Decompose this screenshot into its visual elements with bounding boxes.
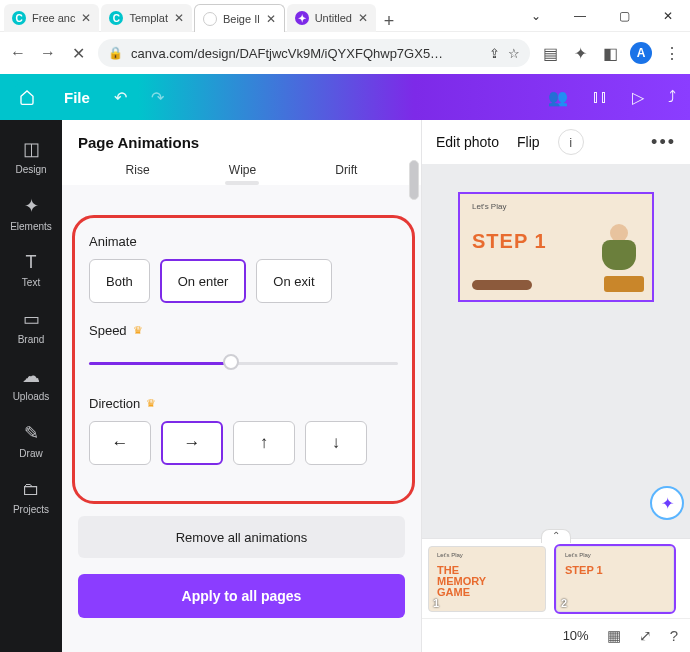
back-button[interactable]: ← bbox=[8, 44, 28, 62]
left-rail: ◫Design ✦Elements TText ▭Brand ☁Uploads … bbox=[0, 120, 62, 652]
brand-icon: ▭ bbox=[23, 308, 40, 330]
profile-avatar[interactable]: A bbox=[630, 42, 652, 64]
rail-draw[interactable]: ✎Draw bbox=[0, 414, 62, 467]
maximize-button[interactable]: ▢ bbox=[602, 0, 646, 32]
present-icon[interactable]: ▷ bbox=[632, 88, 644, 107]
rail-text[interactable]: TText bbox=[0, 244, 62, 296]
anim-tab-wipe[interactable]: Wipe bbox=[229, 163, 256, 177]
panel-title: Page Animations bbox=[62, 120, 421, 159]
more-icon[interactable]: ••• bbox=[651, 132, 676, 153]
tab-title: Templat bbox=[129, 12, 168, 24]
projects-icon: 🗀 bbox=[22, 479, 40, 500]
favicon bbox=[203, 12, 217, 26]
chevron-down-icon[interactable]: ⌄ bbox=[514, 0, 558, 32]
grid-view-icon[interactable]: ▦ bbox=[607, 627, 621, 645]
close-icon[interactable]: ✕ bbox=[81, 11, 91, 25]
animate-label: Animate bbox=[89, 234, 398, 249]
help-icon[interactable]: ? bbox=[670, 627, 678, 644]
design-icon: ◫ bbox=[23, 138, 40, 160]
favicon: C bbox=[12, 11, 26, 25]
zoom-bar: 10% ▦ ⤢ ? bbox=[422, 618, 690, 652]
close-icon[interactable]: ✕ bbox=[174, 11, 184, 25]
lock-icon: 🔒 bbox=[108, 46, 123, 60]
crown-icon: ♛ bbox=[146, 397, 156, 410]
slide-title: STEP 1 bbox=[472, 230, 547, 253]
direction-options: ← → ↑ ↓ bbox=[89, 421, 398, 465]
browser-tab[interactable]: C Free anc ✕ bbox=[4, 4, 99, 32]
share-icon[interactable]: ⤴ bbox=[668, 88, 676, 106]
rail-elements[interactable]: ✦Elements bbox=[0, 187, 62, 240]
main-area: ◫Design ✦Elements TText ▭Brand ☁Uploads … bbox=[0, 120, 690, 652]
collaborators-icon[interactable]: 👥 bbox=[548, 88, 568, 107]
rail-label: Design bbox=[15, 164, 46, 175]
flip-button[interactable]: Flip bbox=[517, 134, 540, 150]
apply-to-all-pages-button[interactable]: Apply to all pages bbox=[78, 574, 405, 618]
direction-right-button[interactable]: → bbox=[161, 421, 223, 465]
edit-photo-button[interactable]: Edit photo bbox=[436, 134, 499, 150]
close-icon[interactable]: ✕ bbox=[358, 11, 368, 25]
animate-on-enter-button[interactable]: On enter bbox=[160, 259, 247, 303]
direction-up-button[interactable]: ↑ bbox=[233, 421, 295, 465]
anim-tab-rise[interactable]: Rise bbox=[126, 163, 150, 177]
rail-label: Elements bbox=[10, 221, 52, 232]
chevron-up-icon[interactable]: ⌃ bbox=[541, 529, 571, 543]
magic-fab[interactable]: ✦ bbox=[650, 486, 684, 520]
close-window-button[interactable]: ✕ bbox=[646, 0, 690, 32]
rail-projects[interactable]: 🗀Projects bbox=[0, 471, 62, 523]
tab-title: Beige Il bbox=[223, 13, 260, 25]
remove-all-animations-button[interactable]: Remove all animations bbox=[78, 516, 405, 558]
animate-on-exit-button[interactable]: On exit bbox=[256, 259, 331, 303]
home-icon[interactable] bbox=[14, 84, 40, 110]
animate-both-button[interactable]: Both bbox=[89, 259, 150, 303]
minimize-button[interactable]: — bbox=[558, 0, 602, 32]
new-tab-button[interactable]: + bbox=[378, 11, 400, 32]
slide-selected[interactable]: Let's Play STEP 1 bbox=[458, 192, 654, 302]
share-icon[interactable]: ⇪ bbox=[489, 46, 500, 61]
url-bar[interactable]: 🔒 canva.com/design/DAFtjwcVk9M/iQYXFQhwp… bbox=[98, 39, 530, 67]
animate-options: Both On enter On exit bbox=[89, 259, 398, 303]
speed-slider[interactable] bbox=[89, 352, 398, 372]
text-icon: T bbox=[26, 252, 37, 273]
stop-button[interactable]: ✕ bbox=[68, 44, 88, 63]
zoom-value[interactable]: 10% bbox=[563, 628, 589, 643]
undo-button[interactable]: ↶ bbox=[114, 88, 127, 107]
star-icon[interactable]: ☆ bbox=[508, 46, 520, 61]
info-icon[interactable]: i bbox=[558, 129, 584, 155]
animation-options-highlight: Animate Both On enter On exit Speed♛ Dir… bbox=[72, 215, 415, 504]
rail-brand[interactable]: ▭Brand bbox=[0, 300, 62, 353]
file-menu[interactable]: File bbox=[64, 89, 90, 106]
browser-tab[interactable]: ✦ Untitled ✕ bbox=[287, 4, 376, 32]
tab-title: Free anc bbox=[32, 12, 75, 24]
page-thumbnail[interactable]: Let's Play THE MEMORY GAME 1 bbox=[428, 546, 546, 612]
reader-icon[interactable]: ▤ bbox=[540, 44, 560, 63]
anim-tab-drift[interactable]: Drift bbox=[335, 163, 357, 177]
browser-tabs: C Free anc ✕ C Templat ✕ Beige Il ✕ ✦ Un… bbox=[0, 0, 514, 32]
menu-icon[interactable]: ⋮ bbox=[662, 44, 682, 63]
fullscreen-icon[interactable]: ⤢ bbox=[639, 627, 652, 645]
browser-tab[interactable]: C Templat ✕ bbox=[101, 4, 192, 32]
direction-left-button[interactable]: ← bbox=[89, 421, 151, 465]
rail-uploads[interactable]: ☁Uploads bbox=[0, 357, 62, 410]
forward-button[interactable]: → bbox=[38, 44, 58, 62]
browser-tab-active[interactable]: Beige Il ✕ bbox=[194, 4, 285, 32]
rail-label: Brand bbox=[18, 334, 45, 345]
direction-label: Direction♛ bbox=[89, 396, 398, 411]
panel-scrollbar[interactable] bbox=[409, 160, 419, 652]
rail-design[interactable]: ◫Design bbox=[0, 130, 62, 183]
direction-down-button[interactable]: ↓ bbox=[305, 421, 367, 465]
window-titlebar: C Free anc ✕ C Templat ✕ Beige Il ✕ ✦ Un… bbox=[0, 0, 690, 32]
redo-button[interactable]: ↷ bbox=[151, 88, 164, 107]
close-icon[interactable]: ✕ bbox=[266, 12, 276, 26]
panel-icon[interactable]: ◧ bbox=[600, 44, 620, 63]
rail-label: Draw bbox=[19, 448, 42, 459]
analytics-icon[interactable]: ⫿⫿ bbox=[592, 88, 608, 106]
crown-icon: ♛ bbox=[133, 324, 143, 337]
thumb-number: 2 bbox=[561, 597, 567, 609]
animations-panel: Page Animations Rise Wipe Drift Animate … bbox=[62, 120, 422, 652]
slide-subtitle: Let's Play bbox=[472, 202, 506, 211]
canvas-stage[interactable]: Let's Play STEP 1 ✦ bbox=[422, 164, 690, 538]
elements-icon: ✦ bbox=[24, 195, 39, 217]
favicon: ✦ bbox=[295, 11, 309, 25]
page-thumbnail-selected[interactable]: Let's Play STEP 1 2 bbox=[556, 546, 674, 612]
extensions-icon[interactable]: ✦ bbox=[570, 44, 590, 63]
